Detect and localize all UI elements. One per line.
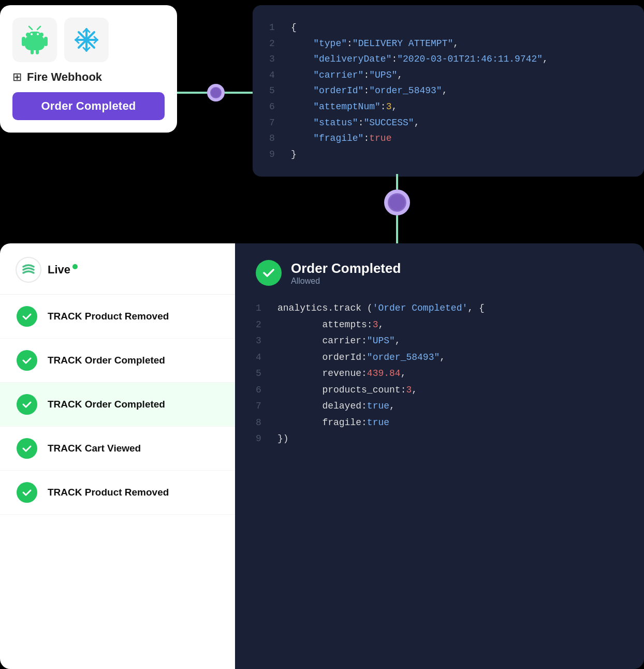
svg-rect-7: [44, 37, 48, 46]
event-item-1[interactable]: TRACK Product Removed: [0, 295, 235, 339]
webhook-icon: ⊞: [12, 70, 22, 84]
event-detail-subtitle: Allowed: [291, 277, 401, 286]
code-line-7: 7 delayed: true,: [256, 398, 623, 415]
connector-top-left: [177, 84, 255, 101]
json-line-7: 7 "status": "SUCCESS",: [269, 115, 627, 131]
event-item-5[interactable]: TRACK Product Removed: [0, 471, 235, 515]
connector-vertical: [383, 174, 411, 252]
json-line-1: 1 {: [269, 20, 627, 36]
event-item-3[interactable]: TRACK Order Completed: [0, 383, 235, 427]
code-line-1: 1 analytics.track ('Order Completed', {: [256, 300, 623, 317]
event-detail-title-group: Order Completed Allowed: [291, 260, 401, 286]
svg-rect-8: [31, 49, 34, 54]
bottom-section: Live TRACK Product Removed TRACK Order C…: [0, 243, 644, 669]
event-label-4: TRACK Cart Viewed: [48, 443, 141, 454]
snowflake-icon-box: [64, 18, 109, 62]
svg-rect-9: [36, 49, 39, 54]
check-circle-1: [17, 306, 37, 327]
json-line-8: 8 "fragile": true: [269, 130, 627, 147]
svg-line-11: [37, 26, 40, 30]
order-completed-badge[interactable]: Order Completed: [12, 92, 165, 120]
event-detail-panel: Order Completed Allowed 1 analytics.trac…: [235, 243, 644, 669]
json-line-9: 9 }: [269, 147, 627, 163]
snowflake-icon: [74, 27, 99, 53]
fire-webhook-label: Fire Webhook: [27, 70, 102, 84]
svg-point-4: [31, 33, 33, 35]
top-left-card: ⊞ Fire Webhook Order Completed: [0, 5, 177, 133]
event-label-2: TRACK Order Completed: [48, 355, 165, 366]
segment-logo: [17, 258, 40, 282]
svg-point-16: [84, 37, 89, 42]
check-circle-4: [17, 438, 37, 459]
event-item-2[interactable]: TRACK Order Completed: [0, 339, 235, 383]
event-label-3: TRACK Order Completed: [48, 399, 165, 410]
code-line-4: 4 orderId: "order_58493",: [256, 350, 623, 366]
event-detail-header: Order Completed Allowed: [256, 260, 623, 286]
check-circle-5: [17, 482, 37, 503]
event-item-4[interactable]: TRACK Cart Viewed: [0, 427, 235, 471]
check-icon-detail: [261, 266, 276, 280]
json-line-2: 2 "type": "DELIVERY ATTEMPT",: [269, 36, 627, 52]
live-header: Live: [0, 243, 235, 295]
json-line-6: 6 "attemptNum": 3,: [269, 99, 627, 115]
event-label-1: TRACK Product Removed: [48, 311, 169, 322]
check-icon-5: [21, 487, 33, 498]
code-line-2: 2 attempts: 3,: [256, 317, 623, 333]
event-code-block: 1 analytics.track ('Order Completed', { …: [256, 300, 623, 447]
code-line-6: 6 products_count: 3,: [256, 382, 623, 399]
svg-rect-3: [29, 32, 40, 39]
code-line-9: 9 }): [256, 431, 623, 447]
event-list-panel: Live TRACK Product Removed TRACK Order C…: [0, 243, 235, 669]
json-panel-top: 1 { 2 "type": "DELIVERY ATTEMPT", 3 "del…: [253, 5, 644, 177]
android-icon-box: [12, 18, 57, 62]
code-line-8: 8 fragile: true: [256, 415, 623, 431]
event-detail-title: Order Completed: [291, 260, 401, 277]
live-dot: [72, 264, 78, 269]
fire-webhook-row: ⊞ Fire Webhook: [12, 70, 102, 84]
check-icon-4: [21, 443, 33, 454]
json-line-3: 3 "deliveryDate": "2020-03-01T21:46:11.9…: [269, 51, 627, 67]
check-icon-3: [21, 399, 33, 410]
check-icon-2: [21, 355, 33, 366]
icon-row: [12, 18, 109, 62]
json-line-4: 4 "carrier": "UPS",: [269, 67, 627, 83]
check-icon-1: [21, 311, 33, 322]
event-label-5: TRACK Product Removed: [48, 487, 169, 498]
segment-icon: [20, 261, 37, 279]
check-circle-detail: [256, 260, 282, 286]
check-circle-2: [17, 350, 37, 371]
svg-line-10: [29, 26, 32, 30]
code-line-3: 3 carrier: "UPS",: [256, 333, 623, 350]
svg-point-5: [37, 33, 39, 35]
live-label: Live: [48, 263, 78, 277]
json-line-5: 5 "orderId": "order_58493",: [269, 83, 627, 99]
svg-rect-6: [22, 37, 25, 46]
code-line-5: 5 revenue: 439.84,: [256, 366, 623, 382]
android-icon: [22, 25, 48, 54]
check-circle-3: [17, 394, 37, 415]
